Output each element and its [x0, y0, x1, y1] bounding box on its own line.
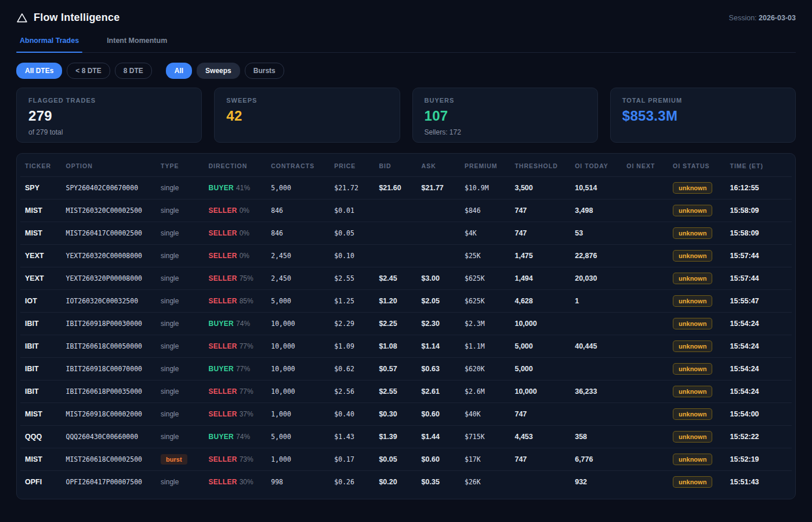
cell-threshold: 5,000: [510, 335, 570, 358]
cell-direction: SELLER75%: [204, 267, 267, 290]
cell-oi-next: [622, 245, 668, 267]
cell-time: 15:57:44: [726, 245, 792, 267]
cell-oi-status: unknown: [668, 335, 725, 358]
trade-type: single: [161, 297, 179, 305]
filter-pill-label: 8 DTE: [124, 67, 143, 75]
session-info: Session: 2026-03-03: [729, 14, 796, 22]
cell-contracts: 10,000: [266, 380, 329, 403]
stat-card-value: 107: [425, 108, 586, 124]
cell-bid: $2.55: [374, 380, 416, 403]
cell-contracts: 10,000: [266, 313, 329, 335]
table-row[interactable]: OPFI OPFI260417P00007500 single SELLER30…: [20, 471, 792, 494]
cell-oi-status: unknown: [668, 426, 725, 448]
direction-pct: 75%: [240, 274, 253, 282]
cell-threshold: 747: [510, 403, 570, 426]
tab-abnormal-trades[interactable]: Abnormal Trades: [16, 37, 82, 52]
cell-ticker: SPY: [20, 177, 61, 200]
stat-card-sub: Sellers: 172: [425, 128, 586, 136]
trade-type: single: [161, 252, 179, 260]
cell-premium: $620K: [460, 358, 510, 380]
filter-pill-label: Bursts: [253, 67, 276, 75]
cell-bid: $0.30: [374, 403, 416, 426]
trade-type: single: [161, 410, 179, 418]
filter-pill-8-dte[interactable]: 8 DTE: [115, 63, 152, 79]
stat-card-label: TOTAL PREMIUM: [622, 97, 784, 104]
cell-ask: [417, 222, 460, 245]
cell-direction: BUYER74%: [204, 313, 267, 335]
filter-pill-bursts[interactable]: Bursts: [245, 63, 284, 79]
cell-threshold: 3,500: [510, 177, 570, 200]
table-row[interactable]: MIST MIST260918C00002000 single SELLER37…: [20, 403, 792, 426]
trades-table: TICKEROPTIONTYPEDIRECTIONCONTRACTSPRICEB…: [20, 155, 792, 493]
filter-pill--8-dte[interactable]: < 8 DTE: [67, 63, 110, 79]
table-row[interactable]: YEXT YEXT260320C00008000 single SELLER0%…: [20, 245, 792, 267]
cell-contracts: 5,000: [266, 290, 329, 313]
cell-contracts: 5,000: [266, 177, 329, 200]
table-row[interactable]: IBIT IBIT260618C00050000 single SELLER77…: [20, 335, 792, 358]
cell-oi-status: unknown: [668, 313, 725, 335]
table-row[interactable]: MIST MIST260320C00002500 single SELLER0%…: [20, 200, 792, 222]
filter-pill-all-dtes[interactable]: All DTEs: [16, 63, 62, 79]
cell-contracts: 5,000: [266, 426, 329, 448]
direction-side: SELLER: [209, 274, 237, 282]
cell-ticker: QQQ: [20, 426, 61, 448]
table-row[interactable]: SPY SPY260402C00670000 single BUYER41% 5…: [20, 177, 792, 200]
tab-bar: Abnormal Trades Intent Momentum: [16, 37, 796, 53]
direction-pct: 41%: [236, 184, 250, 192]
stat-card-buyers: BUYERS 107 Sellers: 172: [412, 88, 598, 143]
cell-bid: $1.39: [374, 426, 416, 448]
column-header-direction: DIRECTION: [204, 155, 267, 177]
table-row[interactable]: MIST MIST260618C00002500 burst SELLER73%…: [20, 448, 792, 471]
cell-oi-today: 36,233: [570, 380, 622, 403]
table-row[interactable]: MIST MIST260417C00002500 single SELLER0%…: [20, 222, 792, 245]
cell-threshold: 747: [510, 222, 570, 245]
table-row[interactable]: YEXT YEXT260320P00008000 single SELLER75…: [20, 267, 792, 290]
tab-intent-momentum[interactable]: Intent Momentum: [103, 37, 171, 52]
cell-contracts: 998: [266, 471, 329, 494]
cell-premium: $25K: [460, 245, 510, 267]
cell-oi-status: unknown: [668, 177, 725, 200]
direction-side: SELLER: [209, 206, 237, 215]
oi-status-badge: unknown: [673, 340, 712, 352]
table-row[interactable]: IBIT IBIT260918P00030000 single BUYER74%…: [20, 313, 792, 335]
cell-direction: BUYER74%: [204, 426, 267, 448]
direction-pct: 85%: [240, 297, 253, 305]
cell-time: 15:57:44: [726, 267, 792, 290]
oi-status-badge: unknown: [673, 454, 712, 465]
cell-bid: [374, 222, 416, 245]
table-row[interactable]: IBIT IBIT260918C00070000 single BUYER77%…: [20, 358, 792, 380]
oi-status-badge: unknown: [673, 476, 712, 488]
cell-bid: $0.20: [374, 471, 416, 494]
filter-pill-sweeps[interactable]: Sweeps: [197, 63, 240, 79]
brand: Flow Intelligence: [16, 12, 119, 24]
cell-oi-status: unknown: [668, 245, 725, 267]
oi-status-badge: unknown: [673, 386, 712, 397]
cell-option: MIST260320C00002500: [61, 200, 156, 222]
session-label: Session:: [729, 14, 757, 22]
cell-price: $2.55: [329, 267, 374, 290]
cell-bid: $0.57: [374, 358, 416, 380]
cell-ticker: OPFI: [20, 471, 61, 494]
cell-oi-next: [622, 177, 668, 200]
cell-ask: [417, 200, 460, 222]
table-row[interactable]: IBIT IBIT260618P00035000 single SELLER77…: [20, 380, 792, 403]
direction-side: SELLER: [209, 252, 237, 260]
direction-pct: 0%: [240, 252, 249, 260]
direction-side: SELLER: [209, 455, 237, 463]
filter-bar: All DTEs < 8 DTE 8 DTE All Sweeps Bursts: [16, 63, 796, 79]
trade-type: single: [161, 229, 179, 237]
filter-pill-all[interactable]: All: [166, 63, 192, 79]
cell-direction: SELLER77%: [204, 380, 267, 403]
cell-ticker: MIST: [20, 448, 61, 471]
table-row[interactable]: QQQ QQQ260430C00660000 single BUYER74% 5…: [20, 426, 792, 448]
session-date: 2026-03-03: [759, 14, 796, 22]
cell-oi-today: 3,498: [570, 200, 622, 222]
filter-pill-label: < 8 DTE: [75, 67, 101, 75]
cell-oi-next: [622, 290, 668, 313]
table-row[interactable]: IOT IOT260320C00032500 single SELLER85% …: [20, 290, 792, 313]
cell-ticker: MIST: [20, 222, 61, 245]
stat-card-value: $853.3M: [622, 108, 784, 124]
column-header-option: OPTION: [61, 155, 156, 177]
oi-status-badge: unknown: [673, 273, 712, 284]
cell-threshold: 10,000: [510, 313, 570, 335]
